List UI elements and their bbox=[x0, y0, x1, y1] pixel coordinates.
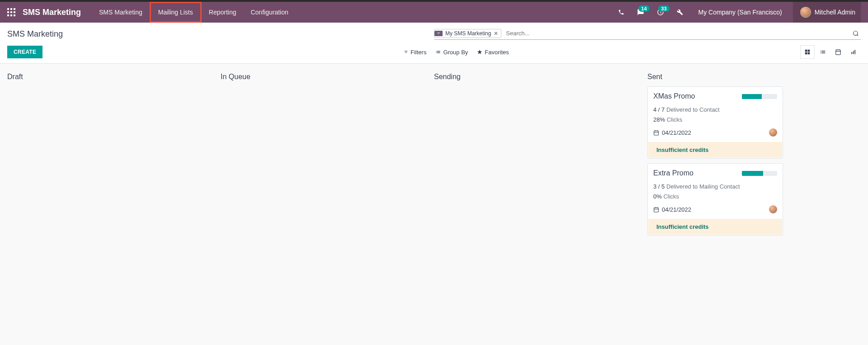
column-sending: Sending bbox=[434, 69, 647, 240]
groupby-dropdown[interactable]: Group By bbox=[435, 49, 468, 56]
company-selector[interactable]: My Company (San Francisco) bbox=[691, 9, 789, 16]
kanban-card[interactable]: XMas Promo 4 / 7 Delivered to Contact 28… bbox=[647, 86, 783, 159]
clicks-label: Clicks bbox=[663, 193, 679, 200]
delivered-total: 5 bbox=[661, 183, 665, 190]
favorites-dropdown[interactable]: Favorites bbox=[477, 49, 509, 56]
calendar-icon bbox=[653, 207, 659, 213]
create-button[interactable]: CREATE bbox=[7, 46, 42, 58]
activities-icon[interactable]: 33 bbox=[652, 2, 669, 23]
filter-icon bbox=[434, 31, 443, 36]
groupby-label: Group By bbox=[443, 49, 468, 56]
calendar-view-button[interactable] bbox=[831, 45, 845, 59]
control-panel: SMS Marketing My SMS Marketing ✕ CREATE bbox=[0, 23, 868, 64]
filters-dropdown[interactable]: Filters bbox=[404, 49, 426, 56]
filters-label: Filters bbox=[410, 49, 426, 56]
debug-icon[interactable] bbox=[672, 2, 688, 23]
column-header[interactable]: Draft bbox=[7, 69, 221, 86]
svg-rect-17 bbox=[654, 208, 659, 212]
column-header[interactable]: Sending bbox=[434, 69, 647, 86]
progress-fill bbox=[742, 94, 762, 99]
navbar-right: 14 33 My Company (San Francisco) Mitchel… bbox=[613, 2, 861, 23]
kanban-board: Draft In Queue Sending Sent XMas Promo 4… bbox=[0, 64, 868, 246]
search-wrapper[interactable]: My SMS Marketing ✕ bbox=[434, 28, 861, 40]
kanban-view-button[interactable] bbox=[800, 45, 815, 59]
svg-rect-13 bbox=[654, 131, 659, 135]
progress-bar bbox=[742, 171, 777, 176]
card-stats: 4 / 7 Delivered to Contact 28% Clicks bbox=[653, 105, 777, 125]
clicks-stat: 0% Clicks bbox=[653, 192, 777, 202]
card-footer: 04/21/2022 bbox=[653, 205, 777, 213]
search-options: Filters Group By Favorites bbox=[404, 49, 800, 56]
breadcrumb: SMS Marketing bbox=[7, 29, 434, 39]
control-panel-top: SMS Marketing My SMS Marketing ✕ bbox=[7, 28, 861, 40]
card-warning[interactable]: Insufficient credits bbox=[648, 219, 782, 235]
progress-fill bbox=[742, 171, 763, 176]
column-header[interactable]: Sent bbox=[647, 69, 861, 86]
svg-rect-3 bbox=[808, 50, 810, 52]
svg-rect-4 bbox=[805, 52, 807, 55]
search-chip: My SMS Marketing ✕ bbox=[434, 29, 501, 38]
user-menu[interactable]: Mitchell Admin bbox=[793, 2, 861, 23]
page-title: SMS Marketing bbox=[7, 29, 434, 39]
clicks-stat: 28% Clicks bbox=[653, 115, 777, 125]
card-title[interactable]: XMas Promo bbox=[653, 92, 695, 100]
search-area: My SMS Marketing ✕ bbox=[434, 28, 861, 40]
svg-rect-12 bbox=[854, 50, 855, 54]
graph-view-button[interactable] bbox=[846, 45, 861, 59]
column-header[interactable]: In Queue bbox=[221, 69, 434, 86]
user-avatar bbox=[800, 7, 811, 18]
control-buttons: CREATE bbox=[7, 46, 404, 58]
navbar-left: SMS Marketing SMS Marketing Mailing List… bbox=[7, 2, 613, 23]
search-icon[interactable] bbox=[851, 30, 861, 37]
phone-icon[interactable] bbox=[613, 2, 629, 23]
nav-configuration[interactable]: Configuration bbox=[243, 2, 295, 23]
date-value: 04/21/2022 bbox=[662, 206, 691, 213]
control-panel-bottom: CREATE Filters Group By Favorites bbox=[7, 45, 861, 63]
svg-rect-5 bbox=[808, 52, 810, 55]
delivered-stat: 4 / 7 Delivered to Contact bbox=[653, 105, 777, 115]
main-navbar: SMS Marketing SMS Marketing Mailing List… bbox=[0, 2, 868, 23]
view-switcher bbox=[800, 45, 861, 59]
delivered-label: Delivered to Contact bbox=[666, 106, 720, 113]
card-body: Extra Promo 3 / 5 Delivered to Mailing C… bbox=[648, 164, 783, 219]
app-title[interactable]: SMS Marketing bbox=[23, 8, 81, 17]
column-draft: Draft bbox=[7, 69, 221, 240]
delivered-label: Delivered to Mailing Contact bbox=[666, 183, 740, 190]
svg-line-1 bbox=[857, 34, 859, 36]
card-date: 04/21/2022 bbox=[653, 129, 691, 136]
messages-icon[interactable]: 14 bbox=[632, 2, 649, 23]
kanban-card[interactable]: Extra Promo 3 / 5 Delivered to Mailing C… bbox=[647, 163, 783, 236]
nav-mailing-lists[interactable]: Mailing Lists bbox=[150, 2, 202, 23]
card-footer: 04/21/2022 bbox=[653, 128, 777, 137]
column-in-queue: In Queue bbox=[221, 69, 434, 240]
svg-rect-2 bbox=[805, 50, 807, 52]
nav-reporting[interactable]: Reporting bbox=[202, 2, 244, 23]
chip-close-icon[interactable]: ✕ bbox=[494, 30, 498, 37]
date-value: 04/21/2022 bbox=[662, 129, 691, 136]
list-view-button[interactable] bbox=[816, 45, 830, 59]
card-body: XMas Promo 4 / 7 Delivered to Contact 28… bbox=[648, 87, 783, 142]
activities-badge: 33 bbox=[658, 5, 669, 12]
assignee-avatar[interactable] bbox=[769, 128, 777, 137]
assignee-avatar[interactable] bbox=[769, 205, 777, 213]
nav-sms-marketing[interactable]: SMS Marketing bbox=[92, 2, 150, 23]
progress-bar bbox=[742, 94, 777, 99]
card-warning[interactable]: Insufficient credits bbox=[648, 142, 782, 158]
card-header: Extra Promo bbox=[653, 169, 777, 177]
messages-badge: 14 bbox=[638, 5, 649, 12]
card-title[interactable]: Extra Promo bbox=[653, 169, 693, 177]
search-chip-label: My SMS Marketing bbox=[445, 30, 491, 37]
search-input[interactable] bbox=[504, 28, 851, 38]
card-stats: 3 / 5 Delivered to Mailing Contact 0% Cl… bbox=[653, 182, 777, 202]
card-date: 04/21/2022 bbox=[653, 206, 691, 213]
clicks-label: Clicks bbox=[667, 116, 683, 123]
favorites-label: Favorites bbox=[485, 49, 509, 56]
column-sent: Sent XMas Promo 4 / 7 Delivered to Conta… bbox=[647, 69, 861, 240]
apps-icon[interactable] bbox=[7, 8, 15, 16]
user-name: Mitchell Admin bbox=[815, 9, 855, 16]
card-header: XMas Promo bbox=[653, 92, 777, 100]
delivered-total: 7 bbox=[661, 106, 665, 113]
clicks-pct: 28% bbox=[653, 116, 665, 123]
svg-point-0 bbox=[854, 31, 858, 35]
clicks-pct: 0% bbox=[653, 193, 662, 200]
